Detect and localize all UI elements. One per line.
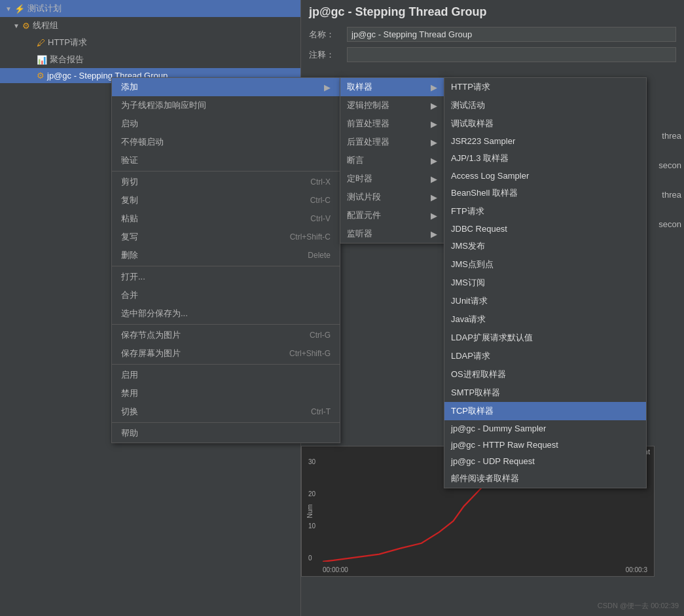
ctx-item-java-req[interactable]: Java请求 [444,310,646,329]
ctx-item-smtp[interactable]: SMTP取样器 [444,384,646,402]
ctx-label: 测试片段 [347,191,381,203]
ctx-item-http-raw[interactable]: jp@gc - HTTP Raw Request [444,437,646,453]
ctx-item-enable[interactable]: 启用 [112,366,340,384]
ctx-arrow: ▶ [431,156,437,166]
comment-input[interactable] [347,47,676,62]
ctx-item-add-response[interactable]: 为子线程添加响应时间 [112,96,340,115]
ctx-item-save-selection[interactable]: 选中部分保存为... [112,304,340,323]
ctx-item-test-action[interactable]: 测试活动 [444,96,646,115]
ctx-item-merge[interactable]: 合并 [112,286,340,304]
ctx-item-listener[interactable]: 监听器 ▶ [340,225,444,243]
ctx-item-save-node-img[interactable]: 保存节点为图片 Ctrl-G [112,326,340,344]
ctx-label: Access Log Sampler [451,171,529,181]
ctx-label-tcp: TCP取样器 [451,405,494,417]
ctx-item-assertion[interactable]: 断言 ▶ [340,151,444,170]
ctx-item-dummy[interactable]: jp@gc - Dummy Sampler [444,420,646,437]
ctx-item-cut[interactable]: 剪切 Ctrl-X [112,173,340,191]
ctx-item-save-screen-img[interactable]: 保存屏幕为图片 Ctrl+Shift-G [112,344,340,363]
ctx-label: JUnit请求 [451,295,488,307]
ctx-item-test-fragment[interactable]: 测试片段 ▶ [340,188,444,206]
report-icon: 📊 [37,55,47,65]
ctx-label: OS进程取样器 [451,369,506,380]
ctx-item-jms-pub[interactable]: JMS发布 [444,237,646,255]
sidebar-item-http[interactable]: 🖊 HTTP请求 [0,34,300,51]
ctx-item-duplicate[interactable]: 复写 Ctrl+Shift-C [112,228,340,246]
ctx-item-jdbc[interactable]: JDBC Request [444,221,646,237]
ctx-item-jms-sub[interactable]: JMS订阅 [444,274,646,292]
ctx-item-help[interactable]: 帮助 [112,424,340,443]
ctx-item-ftp[interactable]: FTP请求 [444,202,646,221]
ctx-item-logic[interactable]: 逻辑控制器 ▶ [340,96,444,115]
ctx-label: JSR223 Sampler [451,136,515,146]
sidebar-item-test-plan[interactable]: ▼ ⚡ 测试计划 [0,0,300,17]
collapse-icon: ▼ [13,22,20,29]
ctx-arrow: ▶ [431,229,437,239]
sidebar-item-thread-group[interactable]: ▼ ⚙ 线程组 [0,17,300,34]
ctx-item-copy[interactable]: 复制 Ctrl-C [112,191,340,209]
ctx-item-sampler[interactable]: 取样器 ▶ [340,78,444,96]
chart-y-axis: 30 20 10 0 [308,458,315,562]
ctx-label: jp@gc - Dummy Sampler [451,424,546,433]
ctx-item-config[interactable]: 配置元件 ▶ [340,206,444,225]
name-input[interactable] [347,27,676,42]
ctx-item-pre[interactable]: 前置处理器 ▶ [340,115,444,133]
panel-title: jp@gc - Stepping Thread Group [309,5,676,19]
ctx-label: 邮件阅读者取样器 [451,473,519,484]
ctx-item-delete[interactable]: 删除 Delete [112,246,340,264]
ctx-item-tcp[interactable]: TCP取样器 [444,402,646,420]
ctx-label: 粘贴 [121,213,138,225]
ctx-item-validate[interactable]: 验证 [112,151,340,170]
ctx-shortcut: Ctrl-G [310,331,331,340]
ctx-item-access-log[interactable]: Access Log Sampler [444,168,646,184]
ctx-item-os[interactable]: OS进程取样器 [444,365,646,384]
ctx-shortcut-delete: Delete [308,251,331,260]
ctx-label: 监听器 [347,228,372,240]
ctx-arrow: ▶ [431,101,437,111]
y-val-20: 20 [308,490,315,498]
ctx-item-junit[interactable]: JUnit请求 [444,292,646,310]
ctx-item-post[interactable]: 后置处理器 ▶ [340,133,444,151]
ctx-label: Java请求 [451,314,486,325]
sidebar-item-label: 线程组 [33,20,58,31]
ctx-label: jp@gc - HTTP Raw Request [451,440,558,450]
ctx-item-beanshell[interactable]: BeanShell 取样器 [444,184,646,202]
thread-group-icon: ⚙ [22,21,30,31]
ctx-item-ajp[interactable]: AJP/1.3 取样器 [444,149,646,168]
ctx-label: 不停顿启动 [121,136,164,148]
comment-label: 注释： [309,49,342,61]
x-label-0: 00:00:00 [323,566,348,573]
ctx-label: AJP/1.3 取样器 [451,153,509,164]
ctx-item-start-no-pause[interactable]: 不停顿启动 [112,133,340,151]
context-menu-1: 添加 ▶ 为子线程添加响应时间 启动 不停顿启动 验证 剪切 Ctrl-X 复制… [111,77,340,443]
ctx-item-add[interactable]: 添加 ▶ [112,78,340,96]
watermark: CSDN @便一去 00:02:39 [598,601,679,611]
ctx-item-jms-p2p[interactable]: JMS点到点 [444,255,646,274]
ctx-item-ldap-ext[interactable]: LDAP扩展请求默认值 [444,329,646,347]
ctx-shortcut: Ctrl-T [311,407,331,416]
ctx-label: 启动 [121,118,138,130]
chart-x-labels: 00:00:00 00:00:3 [323,566,647,573]
ctx-item-toggle[interactable]: 切换 Ctrl-T [112,403,340,421]
separator [112,324,340,325]
ctx-item-open[interactable]: 打开... [112,268,340,286]
ctx-item-udp[interactable]: jp@gc - UDP Request [444,453,646,469]
second-label-1: secon [658,160,681,170]
ctx-item-paste[interactable]: 粘贴 Ctrl-V [112,209,340,228]
ctx-item-timer[interactable]: 定时器 ▶ [340,170,444,188]
ctx-item-start[interactable]: 启动 [112,115,340,133]
ctx-item-http-req[interactable]: HTTP请求 [444,78,646,96]
ctx-label: 断言 [347,154,364,166]
y-val-10: 10 [308,522,315,530]
ctx-item-disable[interactable]: 禁用 [112,384,340,403]
ctx-label: JMS订阅 [451,277,485,289]
ctx-label: 保存节点为图片 [121,329,181,341]
sidebar-item-report[interactable]: 📊 聚合报告 [0,51,300,68]
ctx-item-debug-sampler[interactable]: 调试取样器 [444,115,646,133]
ctx-arrow-sampler: ▶ [431,82,437,92]
sidebar-item-label: HTTP请求 [48,37,87,48]
ctx-item-jsr223[interactable]: JSR223 Sampler [444,133,646,149]
ctx-label: BeanShell 取样器 [451,187,518,199]
ctx-shortcut: Ctrl+Shift-G [289,349,331,358]
ctx-item-ldap[interactable]: LDAP请求 [444,347,646,365]
ctx-item-mail-reader[interactable]: 邮件阅读者取样器 [444,469,646,488]
